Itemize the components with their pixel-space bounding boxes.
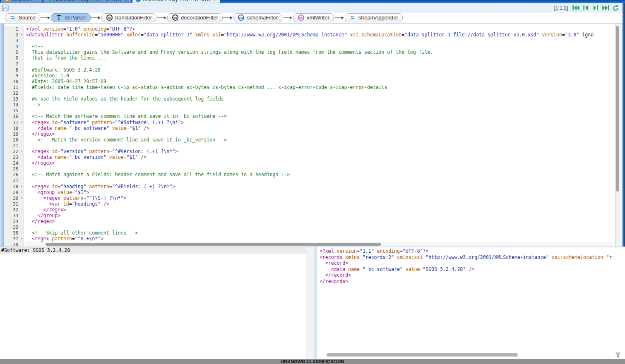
output-data-line[interactable]: </records> [318, 278, 625, 285]
code-line-text[interactable]: </regex> [24, 160, 615, 166]
code-line[interactable]: 32 </regex> [4, 207, 615, 213]
code-line[interactable]: 10 #Date: 2005-04-27 20:57:09 [4, 79, 615, 84]
line-number[interactable]: 17▾ [4, 120, 24, 125]
pipeline-element-decorationFilter[interactable]: xsldecorationFilter [167, 13, 223, 22]
code-line-text[interactable] [24, 166, 615, 172]
code-editor[interactable]: 1<?xml version="1.0" encoding="UTF-8"?>2… [0, 24, 625, 247]
code-line-text[interactable]: <!-- Match the version comment line and … [24, 137, 615, 143]
code-line[interactable]: 27 [4, 177, 615, 183]
code-line-text[interactable]: <regex pattern="^(\S+) ?\n*"> [24, 195, 615, 201]
line-number[interactable]: 21 [4, 143, 24, 148]
code-line-text[interactable]: <regex id="software" pattern="^#Software… [24, 120, 615, 125]
tab-close-icon[interactable]: × [125, 0, 127, 2]
fold-toggle-icon[interactable]: ▾ [21, 120, 23, 125]
code-line-text[interactable]: <regex id="version" pattern="^#Version: … [24, 148, 615, 154]
line-number[interactable]: 34 [4, 218, 24, 224]
code-line-text[interactable] [24, 38, 615, 43]
line-number[interactable]: 18 [4, 125, 24, 131]
pipeline-element-Source[interactable]: ≈Source [5, 13, 40, 22]
code-line-text[interactable]: #Date: 2005-04-27 20:57:09 [24, 79, 615, 84]
code-line[interactable]: 24 </regex> [4, 160, 615, 166]
code-line[interactable]: 33 </group> [4, 213, 615, 218]
code-line-text[interactable]: <data name="_bc_version" value="$1" /> [24, 154, 615, 160]
code-line-text[interactable]: <group value="$1"> [24, 189, 615, 195]
line-number[interactable]: 22▾ [4, 148, 24, 154]
tab-bluecoat-proxy-tsv-events[interactable]: iBlueCoat-Proxy-TSV-EVENTS× [132, 0, 220, 3]
code-line[interactable]: 11 #Fields: date time time-taken c-ip sc… [4, 84, 615, 90]
code-line[interactable]: 28▾ <regex id="heading" pattern="^#Field… [4, 184, 615, 189]
code-line-text[interactable] [24, 108, 615, 113]
tab-welcome[interactable]: ■Welcome× [1, 0, 42, 3]
line-number[interactable]: 20 [4, 137, 24, 143]
pipeline-element-xmlWriter[interactable]: xmlxmlWriter [293, 13, 334, 22]
line-number[interactable]: 31 [4, 201, 24, 207]
code-line-text[interactable]: --> [24, 102, 615, 108]
code-line[interactable]: 29▾ <group value="$1"> [4, 189, 615, 195]
code-line-text[interactable]: That is from the lines ... [24, 55, 615, 61]
code-line-text[interactable]: #Fields: date time time-taken c-ip sc-st… [24, 84, 615, 90]
editor-lines[interactable]: 1<?xml version="1.0" encoding="UTF-8"?>2… [4, 24, 615, 247]
output-data-line[interactable]: <record> [318, 260, 625, 266]
code-line-text[interactable]: This datasplitter gains the Software and… [24, 49, 615, 55]
line-number[interactable]: 16 [4, 113, 24, 119]
pipeline-element-translationFilter[interactable]: xsltranslationFilter [101, 13, 156, 22]
line-number[interactable]: 36 [4, 230, 24, 236]
code-line-text[interactable]: </regex> [24, 218, 615, 224]
line-number[interactable]: 13 [4, 96, 24, 102]
code-line[interactable]: 7 [4, 61, 615, 67]
code-line[interactable]: 30▾ <regex pattern="^(\S+) ?\n*"> [4, 195, 615, 201]
code-line[interactable]: 19 </regex> [4, 131, 615, 137]
code-line[interactable]: 8 #Software: SGOS 3.2.4.28 [4, 67, 615, 73]
line-number[interactable]: 10 [4, 79, 24, 84]
line-number[interactable]: 19 [4, 131, 24, 137]
code-line[interactable]: 22▾ <regex id="version" pattern="^#Versi… [4, 148, 615, 154]
fold-toggle-icon[interactable]: ▾ [21, 236, 23, 242]
fold-toggle-icon[interactable]: ▾ [21, 32, 23, 38]
line-number[interactable]: 35 [4, 224, 24, 230]
code-line[interactable]: 20 <!-- Match the version comment line a… [4, 137, 615, 143]
input-pane-scrollbar-track[interactable] [306, 247, 311, 360]
code-line[interactable]: 1<?xml version="1.0" encoding="UTF-8"?> [4, 26, 615, 32]
code-line[interactable]: 14 --> [4, 102, 615, 108]
code-line-text[interactable]: <var id="headings" /> [24, 201, 615, 207]
line-number[interactable]: 28▾ [4, 184, 24, 189]
code-line-text[interactable]: <!-- Skip all other comment lines --> [24, 230, 615, 236]
line-number[interactable]: 4 [4, 43, 24, 49]
line-number[interactable]: 5 [4, 49, 24, 55]
line-number[interactable]: 1 [4, 26, 24, 32]
line-number[interactable]: 6 [4, 55, 24, 61]
step-first-button[interactable] [572, 5, 579, 11]
line-number[interactable]: 7 [4, 61, 24, 67]
line-number[interactable]: 23 [4, 154, 24, 160]
line-number[interactable]: 3 [4, 38, 24, 43]
code-line-text[interactable] [24, 90, 615, 96]
code-line-text[interactable]: #Software: SGOS 3.2.4.28 [24, 67, 615, 73]
line-number[interactable]: 14 [4, 102, 24, 108]
code-line[interactable]: 5 This datasplitter gains the Software a… [4, 49, 615, 55]
line-number[interactable]: 27 [4, 177, 24, 183]
line-number[interactable]: 37▾ [4, 236, 24, 242]
line-number[interactable]: 9 [4, 73, 24, 79]
line-number[interactable]: 15 [4, 108, 24, 113]
code-line-text[interactable]: <?xml version="1.0" encoding="UTF-8"?> [24, 26, 615, 32]
line-number[interactable]: 8 [4, 67, 24, 73]
code-line[interactable]: 16 <!-- Match the software comment line … [4, 113, 615, 119]
step-refresh-button[interactable] [612, 5, 619, 11]
code-line-text[interactable] [24, 61, 615, 67]
step-backward-button[interactable] [582, 5, 589, 11]
code-line[interactable]: 4 <!-- [4, 43, 615, 49]
line-number[interactable]: 33 [4, 213, 24, 218]
code-line-text[interactable] [24, 177, 615, 183]
code-line[interactable]: 3 [4, 38, 615, 43]
code-line-text[interactable] [24, 224, 615, 230]
input-pane[interactable]: #Software: SGOS 3.2.4.28 [0, 247, 306, 360]
code-line[interactable]: 25 [4, 166, 615, 172]
step-last-button[interactable] [602, 5, 609, 11]
code-line[interactable]: 9 #Version: 1.0 [4, 73, 615, 79]
code-line-text[interactable]: #Version: 1.0 [24, 73, 615, 79]
input-data-line[interactable]: #Software: SGOS 3.2.4.28 [0, 247, 306, 254]
code-line[interactable]: 6 That is from the lines ... [4, 55, 615, 61]
code-line-text[interactable]: </regex> [24, 131, 615, 137]
tab-close-icon[interactable]: × [214, 0, 216, 2]
code-line[interactable]: 31 <var id="headings" /> [4, 201, 615, 207]
